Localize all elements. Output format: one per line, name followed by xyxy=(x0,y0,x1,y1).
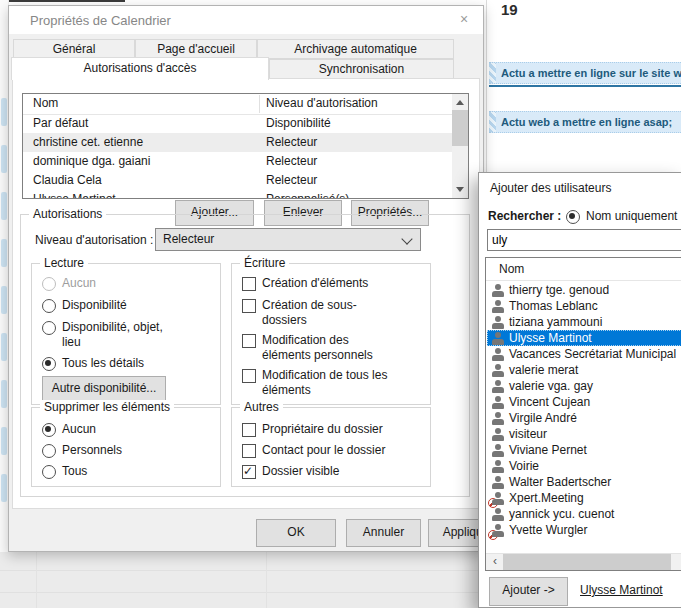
column-header-level[interactable]: Niveau d'autorisation xyxy=(266,96,378,110)
person-icon xyxy=(491,331,505,345)
list-item[interactable]: Thomas Leblanc xyxy=(487,298,681,314)
table-row[interactable]: Ulysse Martinot Personnalisé(s) xyxy=(23,190,452,199)
radio-icon xyxy=(42,277,56,291)
checkbox-icon[interactable] xyxy=(242,334,256,348)
list-item[interactable]: Yvette Wurgler xyxy=(487,522,681,538)
person-icon xyxy=(491,507,505,521)
list-item[interactable]: Walter Badertscher xyxy=(487,474,681,490)
permission-level-select[interactable]: Relecteur xyxy=(155,228,421,251)
checkbox-edit-own[interactable]: Modification des éléments personnels xyxy=(242,333,398,363)
table-row[interactable]: Claudia Cela Relecteur xyxy=(23,171,452,190)
checkbox-create-items[interactable]: Création d'éléments xyxy=(242,276,398,291)
checkbox-icon[interactable] xyxy=(242,277,256,291)
horizontal-scrollbar[interactable]: ‹ xyxy=(486,553,681,570)
list-item[interactable]: Vincent Cujean xyxy=(487,394,681,410)
list-item[interactable]: Virgile André xyxy=(487,410,681,426)
radio-label: Tous les détails xyxy=(62,356,184,371)
radio-icon[interactable] xyxy=(42,321,56,335)
radio-icon-checked[interactable] xyxy=(42,357,56,371)
selected-user-field[interactable]: Ulysse Martinot xyxy=(575,577,681,603)
radio-icon-checked[interactable] xyxy=(42,423,56,437)
radio-read-free-busy[interactable]: Disponibilité xyxy=(42,298,184,313)
list-item[interactable]: thierry tge. genoud xyxy=(487,282,681,298)
radio-name-only[interactable]: Nom uniquement xyxy=(566,209,677,224)
checkbox-label: Dossier visible xyxy=(262,464,339,479)
radio-read-full-details[interactable]: Tous les détails xyxy=(42,356,184,371)
checkbox-icon[interactable] xyxy=(242,299,256,313)
checkbox-icon-checked[interactable] xyxy=(242,465,256,479)
other-availability-button[interactable]: Autre disponibilité... xyxy=(42,376,166,402)
table-row[interactable]: dominique dga. gaiani Relecteur xyxy=(23,152,452,171)
column-header-name[interactable]: Nom xyxy=(33,96,58,110)
checkbox-label: Création d'éléments xyxy=(262,276,398,291)
cell-name: Claudia Cela xyxy=(33,171,102,190)
list-item[interactable]: Xpert.Meeting xyxy=(487,490,681,506)
radio-icon[interactable] xyxy=(42,444,56,458)
column-header-name[interactable]: Nom xyxy=(499,262,524,276)
list-item[interactable]: Voirie xyxy=(487,458,681,474)
dialog-titlebar[interactable]: Propriétés de Calendrier × xyxy=(9,6,483,34)
radio-delete-all[interactable]: Tous xyxy=(42,464,87,479)
scroll-up-icon[interactable] xyxy=(456,100,464,105)
search-input[interactable] xyxy=(487,229,681,251)
list-item[interactable]: valerie vga. gay xyxy=(487,378,681,394)
list-item[interactable]: valerie merat xyxy=(487,362,681,378)
permissions-list-header[interactable]: Nom Niveau d'autorisation xyxy=(23,94,452,115)
radio-icon[interactable] xyxy=(42,465,56,479)
checkbox-create-subfolders[interactable]: Création de sous-dossiers xyxy=(242,298,398,328)
vertical-scrollbar[interactable] xyxy=(452,94,468,198)
person-icon xyxy=(491,379,505,393)
checkbox-folder-visible[interactable]: Dossier visible xyxy=(242,464,339,479)
ok-button[interactable]: OK xyxy=(256,519,336,547)
scrollbar-thumb[interactable] xyxy=(503,554,671,570)
checkbox-folder-contact[interactable]: Contact pour le dossier xyxy=(242,443,385,458)
radio-read-subject-location[interactable]: Disponibilité, objet, lieu xyxy=(42,320,184,350)
person-icon xyxy=(491,283,505,297)
selected-level: Relecteur xyxy=(163,232,214,246)
list-item[interactable]: yannick ycu. cuenot xyxy=(487,506,681,522)
radio-icon[interactable] xyxy=(42,299,56,313)
checkbox-icon[interactable] xyxy=(242,423,256,437)
checkbox-folder-owner[interactable]: Propriétaire du dossier xyxy=(242,422,383,437)
checkbox-edit-all[interactable]: Modification de tous les éléments xyxy=(242,368,398,398)
cancel-button[interactable]: Annuler xyxy=(346,519,421,547)
calendar-event[interactable]: Actu a mettre en ligne sur le site w xyxy=(489,62,681,84)
scroll-down-icon[interactable] xyxy=(456,187,464,192)
calendar-event[interactable]: Actu web a mettre en ligne asap; xyxy=(489,111,681,133)
checkbox-label: Création de sous-dossiers xyxy=(262,298,398,328)
checkbox-icon[interactable] xyxy=(242,369,256,383)
close-icon[interactable]: × xyxy=(453,11,475,28)
list-item[interactable]: Viviane Pernet xyxy=(487,442,681,458)
user-name: Virgile André xyxy=(509,410,577,426)
read-group: Lecture Aucun Disponibilité Disponibilit… xyxy=(31,263,221,405)
list-item[interactable]: Vacances Secrétariat Municipal xyxy=(487,346,681,362)
tab-page-accueil[interactable]: Page d'accueil xyxy=(135,39,257,59)
radio-delete-own[interactable]: Personnels xyxy=(42,443,122,458)
scroll-left-icon[interactable]: ‹ xyxy=(488,554,502,570)
list-item[interactable]: visiteur xyxy=(487,426,681,442)
scrollbar-thumb[interactable] xyxy=(452,110,468,146)
checkbox-icon[interactable] xyxy=(242,444,256,458)
table-row[interactable]: Par défaut Disponibilité xyxy=(23,114,452,133)
tab-archivage-automatique[interactable]: Archivage automatique xyxy=(257,39,454,59)
calendar-event-sliver xyxy=(1,474,7,502)
tab-general[interactable]: Général xyxy=(13,39,135,59)
users-list[interactable]: Nom thierry tge. genoud Thomas Leblanc t… xyxy=(485,257,681,571)
table-row-selected[interactable]: christine cet. etienne Relecteur xyxy=(23,133,452,152)
calendar-event-sliver xyxy=(1,98,7,126)
calendar-properties-dialog: Propriétés de Calendrier × Général Page … xyxy=(8,5,484,552)
users-list-header[interactable]: Nom xyxy=(486,258,681,281)
radio-delete-none[interactable]: Aucun xyxy=(42,422,96,437)
user-name: Vincent Cujean xyxy=(509,394,590,410)
list-item[interactable]: tiziana yammouni xyxy=(487,314,681,330)
radio-icon-checked[interactable] xyxy=(566,210,580,224)
list-item-selected[interactable]: Ulysse Martinot xyxy=(487,330,681,346)
permissions-list[interactable]: Nom Niveau d'autorisation Par défaut Dis… xyxy=(22,93,469,199)
blocked-badge-icon xyxy=(488,530,498,540)
add-user-button[interactable]: Ajouter -> xyxy=(489,577,568,606)
tab-synchronisation[interactable]: Synchronisation xyxy=(269,59,454,79)
tab-autorisations-acces[interactable]: Autorisations d'accès xyxy=(11,57,269,80)
person-icon xyxy=(491,395,505,409)
calendar-grid-line xyxy=(266,552,267,608)
cell-level: Relecteur xyxy=(266,152,317,171)
